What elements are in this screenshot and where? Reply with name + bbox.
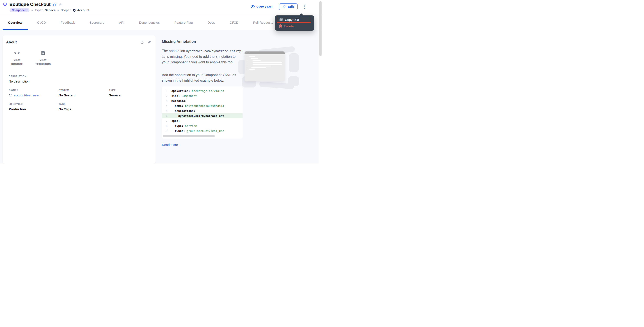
layers-icon <box>73 9 76 12</box>
tab-docs[interactable]: Docs <box>202 15 220 30</box>
delete-label: Delete <box>284 24 294 28</box>
copy-entity-name-icon[interactable] <box>53 3 56 6</box>
yaml-line: 7spec: <box>162 118 242 123</box>
entity-meta-row: Component ● Type : Service ● Scope : Acc… <box>10 8 89 12</box>
trash-icon <box>279 24 282 28</box>
type-field-value: Service <box>109 93 151 97</box>
edit-about-pencil-icon[interactable] <box>148 40 151 44</box>
group-icon <box>9 94 12 97</box>
view-yaml-button[interactable]: View YAML <box>250 5 274 9</box>
field-type: TYPE Service <box>109 89 151 97</box>
more-actions-kebab-icon[interactable] <box>303 4 306 10</box>
tab-overview[interactable]: Overview <box>2 15 28 30</box>
refresh-icon[interactable] <box>140 40 144 44</box>
yaml-line: 4name:boutiquecheckoutsdsds13 <box>162 103 242 108</box>
dot-separator: ● <box>31 9 33 12</box>
illustration-titlebar <box>244 52 285 54</box>
edit-button[interactable]: Edit <box>279 4 298 10</box>
yaml-line: 8type:Service <box>162 123 242 128</box>
document-icon <box>42 50 45 56</box>
kind-badge: Component <box>10 8 30 12</box>
field-description: DESCRIPTION No description <box>9 75 151 83</box>
tab-pull-requests[interactable]: Pull Requests <box>248 15 278 30</box>
code-horizontal-scrollbar[interactable] <box>163 135 215 137</box>
lifecycle-value: Production <box>9 107 58 111</box>
system-label: SYSTEM <box>58 89 109 91</box>
menu-item-copy-url[interactable]: Copy URL <box>277 17 311 22</box>
favorite-star-icon[interactable]: ★ <box>58 2 62 7</box>
view-techdocs-button[interactable]: VIEW TECHDOCS <box>35 50 52 66</box>
page-vertical-scrollbar[interactable] <box>320 1 322 56</box>
description-label: DESCRIPTION <box>9 75 151 78</box>
scope-label: Scope : <box>61 9 71 12</box>
page-title: Boutique Checkout <box>10 2 50 7</box>
tab-bar: Overview CI/CD Feedback Scorecard API De… <box>0 15 322 30</box>
view-source-label: VIEW SOURCE <box>9 58 26 66</box>
field-tags: TAGS No Tags <box>58 103 109 111</box>
copy-icon <box>279 18 283 22</box>
tab-dependencies[interactable]: Dependencies <box>134 15 165 30</box>
entity-page: ⚙ Boutique Checkout ★ Component ● Type :… <box>0 0 322 164</box>
yaml-line: 3metadata: <box>162 98 242 103</box>
scope-value: Account <box>77 9 89 12</box>
illustration-window <box>244 52 285 81</box>
missing-annotation-title: Missing Annotation <box>162 40 318 44</box>
tab-feature-flag[interactable]: Feature Flag <box>169 15 198 30</box>
about-title: About <box>6 40 151 45</box>
overview-content: About < > VIEW SOURCE VIEW TECHDOCS DESC… <box>0 31 318 164</box>
copy-url-label: Copy URL <box>285 18 300 22</box>
yaml-code-block: 1apiVersion:backstage.io/v1alph 2kind:Co… <box>162 86 242 139</box>
tab-scorecard[interactable]: Scorecard <box>84 15 110 30</box>
tab-api[interactable]: API <box>114 15 130 30</box>
copy-url-highlight-box: Copy URL <box>277 17 311 23</box>
tab-feedback[interactable]: Feedback <box>55 15 80 30</box>
read-more-link[interactable]: Read more <box>162 143 178 147</box>
component-gear-icon: ⚙ <box>2 2 8 7</box>
tags-value: No Tags <box>58 107 109 111</box>
dot-separator: ● <box>57 9 59 12</box>
yaml-line: 1apiVersion:backstage.io/v1alph <box>162 88 242 93</box>
context-menu: Copy URL Delete <box>275 16 314 31</box>
tab-cicd[interactable]: CI/CD <box>32 15 51 30</box>
yaml-line-highlighted: 6dynatrace.com/dynatrace-ent <box>162 113 242 118</box>
type-value: Service <box>45 9 56 12</box>
yaml-line: 9owner:group:account/test_use <box>162 128 242 133</box>
eye-icon <box>250 5 255 8</box>
menu-item-delete[interactable]: Delete <box>277 24 314 29</box>
editor-illustration <box>238 49 302 90</box>
about-card: About < > VIEW SOURCE VIEW TECHDOCS DESC… <box>2 35 156 164</box>
owner-value: account/test_user <box>14 93 39 97</box>
instruction-text: Add the annotation to your Component YAM… <box>162 72 243 83</box>
lifecycle-label: LIFECYCLE <box>9 103 58 105</box>
view-yaml-label: View YAML <box>256 5 274 9</box>
missing-annotation-panel: Missing Annotation The annotation dynatr… <box>156 35 318 164</box>
page-header: ⚙ Boutique Checkout ★ Component ● Type :… <box>0 0 322 15</box>
type-field-label: TYPE <box>109 89 151 91</box>
missing-annotation-text: The annotation dynatrace.com/dynatrace-e… <box>162 48 243 65</box>
yaml-line: 5annotations: <box>162 108 242 113</box>
tags-label: TAGS <box>58 103 109 105</box>
type-label: Type : <box>35 9 43 12</box>
field-owner: OWNER account/test_user <box>9 89 58 97</box>
owner-label: OWNER <box>9 89 58 91</box>
description-value: No description <box>9 80 151 83</box>
yaml-line: 2kind:Component <box>162 93 242 98</box>
system-value: No System <box>58 93 109 97</box>
edit-label: Edit <box>288 5 294 9</box>
owner-link[interactable]: account/test_user <box>9 93 58 97</box>
view-techdocs-label: VIEW TECHDOCS <box>35 58 52 66</box>
tab-cicd-2[interactable]: CI/CD <box>224 15 244 30</box>
view-source-button[interactable]: < > VIEW SOURCE <box>9 50 26 66</box>
intro-suffix: is missing. You need to add the annotati… <box>162 55 236 64</box>
field-lifecycle: LIFECYCLE Production <box>9 103 58 111</box>
field-system: SYSTEM No System <box>58 89 109 97</box>
code-brackets-icon: < > <box>14 50 20 56</box>
pencil-icon <box>283 5 286 8</box>
intro-prefix: The annotation <box>162 49 186 53</box>
